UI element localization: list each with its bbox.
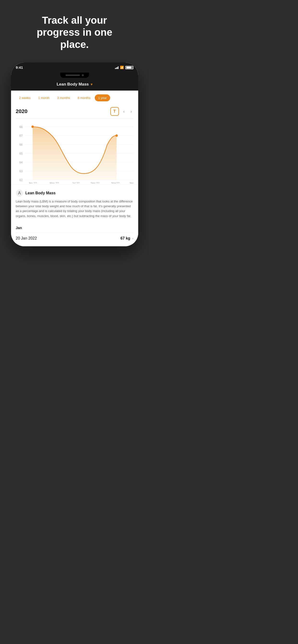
- info-body: Lean body mass (LBM) is a measure of bod…: [16, 199, 133, 218]
- chart-controls: T ‹ ›: [110, 107, 133, 116]
- y-label-62: 62: [19, 178, 23, 182]
- y-label-65: 65: [19, 152, 23, 155]
- info-section: Lean Body Mass Lean body mass (LBM) is a…: [11, 184, 138, 221]
- tab-2weeks[interactable]: 2 weeks: [16, 94, 34, 101]
- x-label-may22: May '22: [49, 182, 59, 184]
- chart-area: 68 67 66 65 64 63 62: [16, 121, 133, 184]
- entry-value: 67 kg ›: [120, 236, 133, 240]
- tab-1month[interactable]: 1 month: [35, 94, 53, 101]
- info-header: Lean Body Mass: [16, 190, 133, 197]
- info-title: Lean Body Mass: [26, 191, 56, 195]
- status-time: 9:41: [16, 66, 23, 70]
- entry-month: Jan: [16, 226, 133, 230]
- nav-title-text: Lean Body Mass: [57, 82, 89, 87]
- chart-prev-button[interactable]: ‹: [122, 108, 126, 115]
- notch: [60, 72, 89, 78]
- x-label-sep22: Sep '22: [90, 182, 99, 184]
- entry-section: Jan 20 Jan 2022 67 kg ›: [11, 221, 138, 246]
- chart-container: 2020 T ‹ › 68 67 66 65 64 63 62: [11, 105, 138, 184]
- chart-point-end: [115, 134, 118, 137]
- y-label-66: 66: [19, 143, 23, 146]
- svg-point-0: [19, 191, 20, 192]
- tab-3months[interactable]: 3 months: [54, 94, 73, 101]
- tab-6months[interactable]: 6 months: [74, 94, 94, 101]
- chart-table-button[interactable]: T: [110, 107, 119, 116]
- nav-chevron-icon[interactable]: ▾: [91, 82, 92, 86]
- chart-divider: [16, 118, 133, 119]
- nav-bar: Lean Body Mass ▾: [11, 78, 138, 90]
- phone-content: 2 weeks 1 month 3 months 6 months 1 year…: [11, 90, 138, 246]
- body-icon: [17, 191, 22, 196]
- chart-point-start: [32, 126, 34, 128]
- entry-arrow-icon: ›: [132, 236, 133, 240]
- wifi-icon: 📶: [120, 66, 124, 69]
- entry-date: 20 Jan 2022: [16, 236, 37, 240]
- info-icon: [16, 190, 23, 197]
- y-label-67: 67: [19, 134, 23, 138]
- y-label-68: 68: [19, 125, 23, 129]
- notch-area: [11, 72, 138, 78]
- x-label-jan22-end: Jan '22: [129, 182, 133, 184]
- chart-header: 2020 T ‹ ›: [16, 105, 133, 118]
- chart-next-button[interactable]: ›: [129, 108, 133, 115]
- y-label-63: 63: [19, 170, 23, 173]
- y-label-64: 64: [19, 161, 23, 164]
- signal-icon: [115, 66, 118, 69]
- phone-mockup: 9:41 📶 Lean Body Mass: [11, 62, 138, 246]
- time-tabs: 2 weeks 1 month 3 months 6 months 1 year: [11, 90, 138, 105]
- status-icons: 📶: [115, 66, 133, 69]
- x-label-jul22: Jul '22: [72, 182, 79, 184]
- entry-kg: 67 kg: [120, 236, 130, 240]
- x-label-nov22: Nov'22: [111, 182, 119, 184]
- chart-svg: 68 67 66 65 64 63 62: [16, 121, 133, 184]
- status-bar: 9:41 📶: [11, 62, 138, 72]
- x-label-jan22-start: Jan '22: [28, 182, 37, 184]
- notch-pill: [66, 74, 80, 76]
- tab-1year[interactable]: 1 year: [95, 94, 110, 101]
- nav-title[interactable]: Lean Body Mass ▾: [57, 82, 92, 87]
- battery-icon: [125, 66, 133, 69]
- hero-title: Track all your progress in one place.: [15, 0, 135, 62]
- notch-dot: [82, 74, 84, 76]
- entry-row[interactable]: 20 Jan 2022 67 kg ›: [16, 233, 133, 244]
- chart-year: 2020: [16, 108, 28, 114]
